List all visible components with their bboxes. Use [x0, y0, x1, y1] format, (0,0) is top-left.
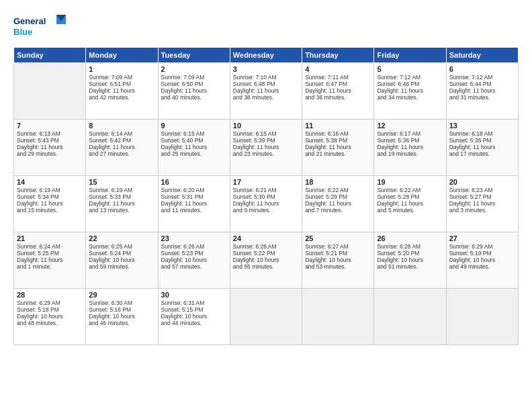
- day-number: 27: [449, 234, 515, 242]
- day-info-line: Sunrise: 6:30 AM: [89, 300, 154, 306]
- day-info-line: Daylight: 11 hours: [17, 200, 83, 207]
- day-info-line: and 29 minutes.: [17, 150, 83, 157]
- svg-text:General: General: [13, 16, 46, 26]
- day-number: 15: [89, 178, 154, 186]
- day-info-line: Sunrise: 6:24 AM: [17, 243, 83, 250]
- calendar-cell: 3Sunrise: 7:10 AMSunset: 6:48 PMDaylight…: [230, 63, 302, 120]
- day-number: 7: [17, 122, 83, 130]
- day-info-line: Daylight: 11 hours: [161, 200, 227, 207]
- day-number: 16: [161, 178, 227, 186]
- day-info-line: and 17 minutes.: [449, 150, 515, 157]
- day-info-line: Sunrise: 6:26 AM: [233, 243, 299, 250]
- day-info-line: and 57 minutes.: [161, 263, 227, 270]
- day-info-line: and 48 minutes.: [17, 320, 83, 326]
- calendar-cell: 23Sunrise: 6:26 AMSunset: 5:23 PMDayligh…: [158, 232, 230, 289]
- calendar-cell: 27Sunrise: 6:29 AMSunset: 5:19 PMDayligh…: [446, 232, 518, 289]
- day-info-line: Sunrise: 6:15 AM: [233, 130, 299, 137]
- day-info-line: Daylight: 10 hours: [449, 257, 515, 263]
- calendar-cell: [374, 289, 446, 345]
- day-info-line: Sunset: 6:51 PM: [89, 81, 154, 87]
- day-info-line: Sunset: 5:39 PM: [233, 137, 299, 144]
- calendar-cell: 21Sunrise: 6:24 AMSunset: 5:25 PMDayligh…: [14, 232, 86, 289]
- calendar-cell: 7Sunrise: 6:13 AMSunset: 5:43 PMDaylight…: [14, 120, 86, 176]
- calendar-cell: 4Sunrise: 7:11 AMSunset: 6:47 PMDaylight…: [302, 63, 374, 120]
- calendar-cell: 15Sunrise: 6:19 AMSunset: 5:33 PMDayligh…: [86, 176, 158, 232]
- day-info-line: Sunrise: 6:20 AM: [161, 187, 227, 193]
- day-info-line: Daylight: 11 hours: [161, 144, 227, 150]
- calendar-cell: 17Sunrise: 6:21 AMSunset: 5:30 PMDayligh…: [230, 176, 302, 232]
- day-info-line: and 46 minutes.: [89, 320, 154, 326]
- day-info-line: Daylight: 11 hours: [377, 200, 443, 207]
- day-info-line: Daylight: 11 hours: [305, 87, 371, 94]
- calendar-cell: [302, 289, 374, 345]
- calendar-cell: 18Sunrise: 6:22 AMSunset: 5:29 PMDayligh…: [302, 176, 374, 232]
- calendar-cell: 28Sunrise: 6:29 AMSunset: 5:18 PMDayligh…: [14, 289, 86, 345]
- calendar-cell: 30Sunrise: 6:31 AMSunset: 5:15 PMDayligh…: [158, 289, 230, 345]
- day-info-line: Sunrise: 6:13 AM: [17, 130, 83, 137]
- day-info-line: Sunset: 5:42 PM: [89, 137, 154, 144]
- day-number: 14: [17, 178, 83, 186]
- day-number: 4: [305, 65, 371, 73]
- day-info-line: Sunset: 6:47 PM: [305, 81, 371, 87]
- day-info-line: and 40 minutes.: [161, 94, 227, 101]
- day-info-line: and 9 minutes.: [233, 207, 299, 214]
- day-info-line: and 7 minutes.: [305, 207, 371, 214]
- calendar-cell: 5Sunrise: 7:12 AMSunset: 6:46 PMDaylight…: [374, 63, 446, 120]
- day-number: 3: [233, 65, 299, 73]
- day-info-line: Sunrise: 6:19 AM: [89, 187, 154, 193]
- day-number: 11: [305, 122, 371, 130]
- day-number: 6: [449, 65, 515, 73]
- day-number: 8: [89, 122, 154, 130]
- day-info-line: and 3 minutes.: [449, 207, 515, 214]
- day-info-line: Sunset: 5:19 PM: [449, 250, 515, 257]
- day-info-line: Daylight: 10 hours: [161, 313, 227, 320]
- day-info-line: and 31 minutes.: [449, 94, 515, 101]
- column-header-wednesday: Wednesday: [230, 48, 302, 63]
- calendar-cell: 26Sunrise: 6:28 AMSunset: 5:20 PMDayligh…: [374, 232, 446, 289]
- day-info-line: Sunrise: 6:26 AM: [161, 243, 227, 250]
- calendar-cell: 12Sunrise: 6:17 AMSunset: 5:36 PMDayligh…: [374, 120, 446, 176]
- day-info-line: Daylight: 11 hours: [305, 144, 371, 150]
- day-number: 17: [233, 178, 299, 186]
- day-info-line: Sunset: 5:30 PM: [233, 193, 299, 200]
- calendar-cell: 10Sunrise: 6:15 AMSunset: 5:39 PMDayligh…: [230, 120, 302, 176]
- day-number: 20: [449, 178, 515, 186]
- calendar-cell: 14Sunrise: 6:19 AMSunset: 5:34 PMDayligh…: [14, 176, 86, 232]
- day-info-line: Sunrise: 6:29 AM: [17, 300, 83, 306]
- day-number: 24: [233, 234, 299, 242]
- day-number: 26: [377, 234, 443, 242]
- day-number: 9: [161, 122, 227, 130]
- day-number: 29: [89, 291, 154, 299]
- calendar-cell: 16Sunrise: 6:20 AMSunset: 5:31 PMDayligh…: [158, 176, 230, 232]
- day-info-line: Sunrise: 6:17 AM: [377, 130, 443, 137]
- day-info-line: and 23 minutes.: [233, 150, 299, 157]
- day-info-line: Sunrise: 7:09 AM: [89, 74, 154, 81]
- calendar-cell: 22Sunrise: 6:25 AMSunset: 5:24 PMDayligh…: [86, 232, 158, 289]
- day-info-line: and 25 minutes.: [161, 150, 227, 157]
- calendar-cell: 9Sunrise: 6:15 AMSunset: 5:40 PMDaylight…: [158, 120, 230, 176]
- day-info-line: Sunrise: 6:22 AM: [305, 187, 371, 193]
- day-info-line: Daylight: 11 hours: [17, 144, 83, 150]
- day-info-line: Sunset: 5:31 PM: [161, 193, 227, 200]
- day-info-line: Daylight: 11 hours: [17, 257, 83, 263]
- day-info-line: Sunrise: 6:29 AM: [449, 243, 515, 250]
- day-info-line: Sunset: 5:29 PM: [305, 193, 371, 200]
- day-info-line: Sunset: 5:21 PM: [305, 250, 371, 257]
- calendar-cell: 24Sunrise: 6:26 AMSunset: 5:22 PMDayligh…: [230, 232, 302, 289]
- calendar-cell: [14, 63, 86, 120]
- day-info-line: and 21 minutes.: [305, 150, 371, 157]
- day-info-line: Sunrise: 6:19 AM: [17, 187, 83, 193]
- day-number: 19: [377, 178, 443, 186]
- day-info-line: Sunset: 5:38 PM: [305, 137, 371, 144]
- day-number: 28: [17, 291, 83, 299]
- day-info-line: Sunset: 6:48 PM: [233, 81, 299, 87]
- day-number: 30: [161, 291, 227, 299]
- calendar-cell: 1Sunrise: 7:09 AMSunset: 6:51 PMDaylight…: [86, 63, 158, 120]
- day-info-line: Daylight: 11 hours: [233, 144, 299, 150]
- day-info-line: Sunset: 5:25 PM: [17, 250, 83, 257]
- day-number: 18: [305, 178, 371, 186]
- day-number: 10: [233, 122, 299, 130]
- column-header-sunday: Sunday: [14, 48, 86, 63]
- day-info-line: and 15 minutes.: [17, 207, 83, 214]
- day-number: 21: [17, 234, 83, 242]
